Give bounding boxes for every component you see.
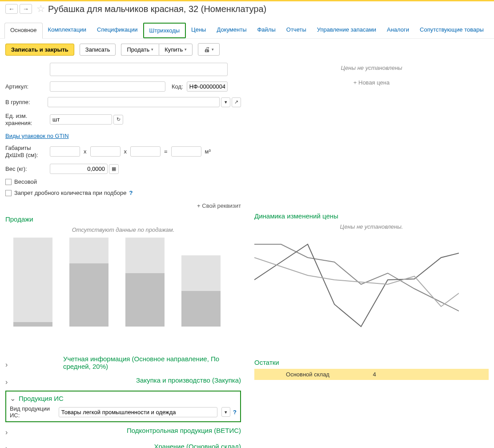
is-type-dropdown-icon[interactable]: ▾ — [221, 407, 230, 417]
tab-prices[interactable]: Цены — [186, 23, 211, 38]
acc-storage[interactable]: Хранение (Основной склад) — [5, 438, 241, 448]
save-button[interactable]: Записать — [80, 44, 116, 56]
tab-analogs[interactable]: Аналоги — [382, 23, 414, 38]
chevron-right-icon — [5, 424, 124, 436]
tab-bar: Основное Комплектации Спецификации Штрих… — [0, 20, 494, 39]
tab-barcodes[interactable]: Штрихкоды — [143, 23, 186, 38]
code-input[interactable] — [187, 81, 228, 92]
stock-qty: 4 — [357, 371, 392, 378]
name-input[interactable] — [50, 63, 228, 76]
dim-length-input[interactable] — [50, 146, 80, 157]
weight-input[interactable] — [50, 164, 108, 174]
weight-calc-icon[interactable]: ▦ — [109, 164, 119, 174]
dimensions-label: Габариты ДxШxВ (см): — [5, 145, 50, 158]
stock-row[interactable]: Основной склад 4 — [254, 369, 489, 380]
acc-purchase[interactable]: Закупка и производство (Закупка) — [5, 372, 241, 388]
chevron-right-icon — [5, 374, 133, 386]
sales-title: Продажи — [5, 215, 241, 223]
price-dynamics-title: Динамика изменений цены — [254, 212, 489, 220]
tab-documents[interactable]: Документы — [211, 23, 252, 38]
is-type-label: Вид продукции ИС: — [10, 405, 56, 419]
is-product-section: Продукция ИС Вид продукции ИС: ▾ ? — [5, 391, 241, 422]
add-custom-field-link[interactable]: + Свой реквизит — [197, 202, 241, 209]
unit-label: Ед. изм. хранения: — [5, 113, 50, 126]
page-title: Рубашка для мальчиков красная, 32 (Номен… — [48, 4, 266, 14]
weight-label: Вес (кг): — [5, 165, 50, 172]
tab-files[interactable]: Файлы — [252, 23, 281, 38]
tab-related[interactable]: Сопутствующие товары — [414, 23, 489, 38]
save-close-button[interactable]: Записать и закрыть — [5, 44, 74, 56]
dim-volume-input[interactable] — [171, 146, 201, 157]
tab-kits[interactable]: Комплектации — [43, 23, 92, 38]
tab-reports[interactable]: Отчеты — [281, 23, 312, 38]
acc-is-product[interactable]: Продукция ИС — [10, 394, 237, 403]
new-price-link[interactable]: + Новая цена — [254, 79, 489, 86]
article-label: Артикул: — [5, 83, 50, 90]
weighable-label: Весовой — [14, 178, 37, 185]
chevron-right-icon — [5, 356, 60, 369]
group-label: В группе: — [5, 99, 48, 105]
acc-vetis[interactable]: Подконтрольная продукция (ВЕТИС) — [5, 422, 241, 438]
article-input[interactable] — [50, 81, 165, 92]
group-input[interactable] — [48, 97, 220, 107]
sell-button[interactable]: Продать — [121, 44, 159, 56]
sales-nodata: Отсутствуют данные по продажам. — [5, 226, 241, 233]
chevron-right-icon — [5, 440, 152, 448]
chevron-down-icon — [10, 394, 16, 403]
dim-width-input[interactable] — [90, 146, 120, 157]
tab-accounts[interactable]: Счета учета — [489, 23, 494, 38]
print-icon — [204, 46, 210, 53]
stock-warehouse: Основной склад — [259, 371, 357, 378]
no-fractional-checkbox[interactable] — [5, 190, 12, 196]
is-help-icon[interactable]: ? — [233, 409, 237, 416]
tab-main[interactable]: Основное — [4, 23, 43, 39]
no-fractional-label: Запрет дробного количества при подборе — [14, 190, 126, 196]
group-open-icon[interactable]: ↗ — [232, 97, 241, 107]
tab-stock-mgmt[interactable]: Управление запасами — [312, 23, 382, 38]
stock-title: Остатки — [254, 359, 489, 366]
is-type-input[interactable] — [59, 407, 217, 417]
sales-chart — [5, 238, 241, 327]
unit-input[interactable] — [50, 114, 112, 125]
code-label: Код: — [172, 83, 183, 90]
buy-button[interactable]: Купить — [159, 44, 193, 56]
tab-specs[interactable]: Спецификации — [92, 23, 143, 38]
dim-height-input[interactable] — [130, 146, 161, 157]
gtin-link[interactable]: Виды упаковок по GTIN — [5, 133, 69, 139]
price-line-chart — [254, 235, 459, 329]
acc-accounting[interactable]: Учетная информация (Основное направление… — [5, 353, 241, 372]
print-button[interactable] — [198, 43, 220, 56]
group-dropdown-icon[interactable]: ▾ — [221, 97, 230, 107]
unit-history-icon[interactable]: ↻ — [113, 115, 123, 125]
price-dynamics-nodata: Цены не установлены. — [254, 223, 489, 230]
help-icon[interactable]: ? — [129, 190, 133, 196]
weighable-checkbox[interactable] — [5, 179, 12, 185]
prices-notset: Цены не установлены — [254, 65, 489, 71]
nav-forward-button[interactable]: → — [20, 4, 32, 14]
star-icon[interactable]: ☆ — [36, 3, 45, 15]
nav-back-button[interactable]: ← — [5, 4, 18, 14]
